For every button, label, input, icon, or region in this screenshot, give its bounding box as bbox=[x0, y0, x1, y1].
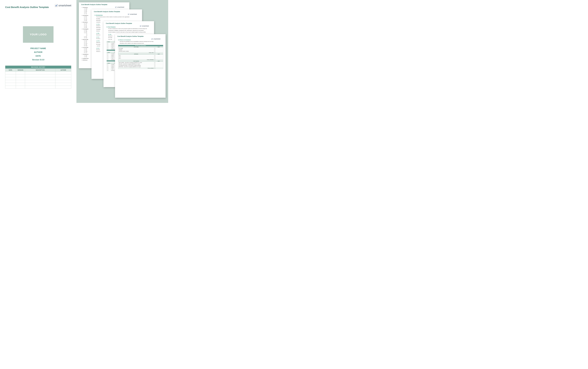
check-icon bbox=[115, 6, 117, 8]
brand-logo: smartsheet bbox=[128, 13, 137, 15]
col-author: AUTHOR bbox=[55, 69, 71, 72]
check-icon bbox=[151, 38, 153, 40]
author: AUTHOR bbox=[5, 51, 71, 53]
col-date: DATE bbox=[5, 69, 16, 72]
table-row bbox=[5, 86, 71, 89]
revision-title: REVISION HISTORY bbox=[5, 66, 71, 69]
id-table-2: ID NO. 1.1PLANN 1.2REQUI 1.3DEVEL 1.4TES… bbox=[107, 52, 116, 62]
check-icon bbox=[128, 13, 129, 15]
brand-logo: smartsheet bbox=[151, 38, 160, 40]
col-version: VERSION bbox=[16, 69, 25, 72]
page-title: Cost Benefit Analysis Outline Template bbox=[94, 11, 120, 12]
table-row bbox=[5, 72, 71, 74]
id-table-3: ID NO. 1.1PLANN 1.2REQUI 1.3DEVEL 1.4TES… bbox=[107, 62, 116, 71]
cover-meta: PROJECT NAME AUTHOR DATE Version 0.0.0 bbox=[5, 47, 71, 61]
brand-name: smartsheet bbox=[59, 4, 71, 7]
table-row bbox=[5, 83, 71, 86]
page-title: Cost Benefit Analysis Outline Template bbox=[81, 4, 107, 5]
table-row bbox=[5, 80, 71, 83]
check-icon bbox=[55, 4, 58, 7]
brand-logo: smartsheet bbox=[140, 25, 149, 27]
page-title: Cost Benefit Analysis Outline Template bbox=[106, 23, 132, 24]
preview-stack: Cost Benefit Analysis Outline Template s… bbox=[77, 0, 168, 103]
check-icon bbox=[140, 25, 141, 27]
date: DATE bbox=[5, 55, 71, 57]
revision-history-table: REVISION HISTORY DATE VERSION DESCRIPTIO… bbox=[5, 66, 71, 89]
roi-table: RETURN ON INVESTMENT COST ITEMSCOST SOFT… bbox=[118, 45, 163, 69]
page-title: Cost Benefit Analysis Outline Template bbox=[117, 36, 144, 37]
cover-page: Cost Benefit Analysis Outline Template s… bbox=[0, 0, 77, 103]
project-name: PROJECT NAME bbox=[5, 47, 71, 50]
table-row bbox=[5, 77, 71, 80]
logo-placeholder: YOUR LOGO bbox=[23, 26, 53, 43]
col-description: DESCRIPTION bbox=[25, 69, 55, 72]
id-table-1: ID NO. 1.1PLANN 1.2REQUI 1.3DEVEL 1.4TES… bbox=[107, 41, 116, 51]
brand-logo: smartsheet bbox=[55, 4, 71, 7]
version: Version 0.0.0 bbox=[5, 59, 71, 61]
brand-logo: smartsheet bbox=[115, 6, 124, 8]
preview-page-roi: Cost Benefit Analysis Outline Template s… bbox=[115, 34, 166, 98]
table-row bbox=[5, 74, 71, 77]
